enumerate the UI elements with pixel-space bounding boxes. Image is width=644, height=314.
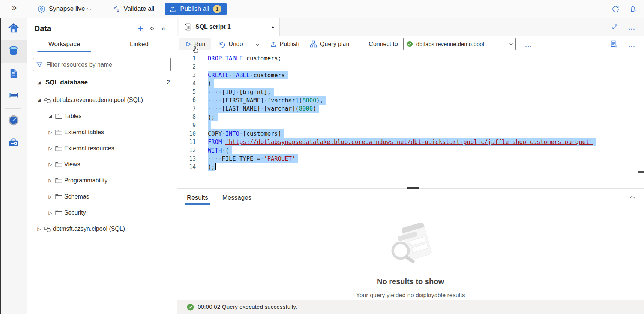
expand-node-icon[interactable]: ▷: [48, 130, 53, 135]
collapse-node-icon[interactable]: ◢: [36, 80, 42, 85]
expand-node-icon[interactable]: ▷: [48, 210, 53, 215]
query-plan-icon: [310, 40, 317, 48]
filter-funnel-icon: [36, 62, 42, 68]
add-resource-icon[interactable]: +: [138, 25, 143, 32]
tab-more-icon[interactable]: …: [628, 25, 636, 29]
nav-home[interactable]: [0, 18, 27, 40]
code-line[interactable]: 4(: [177, 79, 644, 88]
pool-icon: [42, 226, 53, 232]
code-line[interactable]: 6····[FIRST_NAME]·[varchar](8000),: [177, 96, 644, 104]
folder-icon: [53, 178, 64, 184]
expand-rail-icon[interactable]: »: [12, 3, 17, 13]
synapse-live-dropdown[interactable]: Synapse live: [38, 5, 92, 13]
code-line[interactable]: 14);: [177, 163, 644, 171]
collapse-node-icon[interactable]: ◢: [36, 97, 42, 102]
code-line[interactable]: 10COPY·INTO·[customers]: [177, 130, 644, 138]
refresh-icon[interactable]: [612, 5, 620, 13]
filter-box: [33, 58, 171, 71]
validate-all-button[interactable]: Validate all: [113, 5, 154, 13]
nav-integrate[interactable]: [0, 85, 27, 107]
nav-manage[interactable]: [0, 132, 27, 154]
folder-icon: [53, 210, 64, 216]
code-line[interactable]: 11FROM·'https://dbtlabsynapsedatalake.bl…: [177, 138, 644, 146]
expand-node-icon[interactable]: ▷: [48, 146, 53, 151]
tree-item-dbtlabs-revenue-demo-pool-sql[interactable]: ◢dbtlabs.revenue.demo.pool (SQL): [27, 92, 177, 108]
code-line[interactable]: 7····[LAST_NAME]·[varchar](8000): [177, 105, 644, 113]
collapse-node-icon[interactable]: ◢: [48, 114, 53, 118]
nav-data[interactable]: [0, 40, 27, 63]
properties-icon[interactable]: [610, 40, 618, 48]
rail-divider: [5, 108, 21, 109]
tree-item-external-resources[interactable]: ▷External resources: [27, 140, 177, 156]
publish-all-button[interactable]: Publish all 1: [165, 3, 227, 15]
line-number: 12: [177, 146, 199, 154]
undo-button[interactable]: Undo: [215, 38, 246, 50]
editor-scrollbar-thumb[interactable]: [638, 171, 644, 173]
sql-editor-region: SQL script 1 ● … Run Undo: [177, 18, 644, 314]
code-editor[interactable]: 1DROP TABLE customers;23CREATE·TABLE·cus…: [177, 52, 644, 188]
code-line[interactable]: 1DROP TABLE customers;: [177, 54, 644, 63]
success-check-icon: [187, 304, 194, 311]
results-panel: No results to show Your query yielded no…: [177, 207, 644, 300]
line-number: 10: [177, 130, 199, 138]
nav-develop[interactable]: [0, 63, 27, 85]
tree-item-label: Views: [64, 161, 80, 168]
run-button[interactable]: Run: [179, 38, 211, 50]
collapse-all-icon[interactable]: [149, 25, 155, 31]
mode-label: Synapse live: [49, 5, 85, 13]
editor-tab-bar: SQL script 1 ● …: [177, 18, 644, 36]
collapse-panel-icon[interactable]: «: [161, 24, 165, 33]
chevron-down-icon: [88, 6, 93, 11]
tree-item-schemas[interactable]: ▷Schemas: [27, 188, 177, 205]
toolbar-divider: [250, 40, 250, 48]
code-line[interactable]: 8);: [177, 113, 644, 121]
undo-dropdown-icon[interactable]: [255, 42, 259, 46]
undo-label: Undo: [228, 41, 243, 48]
tab-linked[interactable]: Linked: [102, 37, 177, 52]
discard-trash-icon[interactable]: [629, 5, 637, 13]
expand-node-icon[interactable]: ▷: [48, 178, 53, 183]
collapse-results-icon[interactable]: [630, 194, 634, 202]
connect-pool-dropdown[interactable]: dbtlabs.revenue.demo.pool: [403, 38, 516, 50]
tree-item-label: Security: [64, 209, 86, 216]
editor-more-icon[interactable]: …: [628, 42, 636, 46]
run-label: Run: [194, 41, 205, 48]
code-line[interactable]: 5····[ID]·[bigint],: [177, 88, 644, 96]
connected-check-icon: [407, 41, 413, 47]
tab-results[interactable]: Results: [182, 189, 213, 207]
expand-editor-icon[interactable]: [612, 24, 618, 30]
sql-database-section[interactable]: ◢ SQL database 2: [27, 75, 177, 90]
code-line[interactable]: 3CREATE·TABLE·customers: [177, 71, 644, 79]
filter-input[interactable]: [45, 61, 167, 69]
empty-results-title: No results to show: [377, 277, 444, 286]
synapse-live-icon: [38, 5, 45, 13]
tree-item-programmability[interactable]: ▷Programmability: [27, 172, 177, 188]
gauge-icon: [8, 115, 19, 127]
tab-workspace[interactable]: Workspace: [27, 37, 102, 52]
code-line[interactable]: 9: [177, 121, 644, 129]
publish-button[interactable]: Publish: [266, 38, 303, 50]
tree-item-label: Tables: [64, 113, 81, 120]
tree-item-tables[interactable]: ◢Tables: [27, 108, 177, 124]
tree-item-external-tables[interactable]: ▷External tables: [27, 124, 177, 140]
document-icon: [8, 68, 19, 80]
toolbar-more-icon[interactable]: …: [525, 42, 533, 46]
expand-node-icon[interactable]: ▷: [48, 194, 53, 199]
nav-monitor[interactable]: [0, 110, 27, 132]
tree-item-security[interactable]: ▷Security: [27, 205, 177, 221]
left-nav-rail: [0, 18, 27, 314]
code-line[interactable]: 13····FILE_TYPE·=·'PARQUET': [177, 155, 644, 163]
tree-item-label: dbtlabs.revenue.demo.pool (SQL): [53, 97, 143, 103]
connect-to-label: Connect to: [369, 41, 398, 48]
tree-item-views[interactable]: ▷Views: [27, 156, 177, 172]
expand-node-icon[interactable]: ▷: [48, 162, 53, 167]
tab-messages[interactable]: Messages: [218, 189, 256, 207]
tab-sql-script-1[interactable]: SQL script 1 ●: [179, 18, 280, 36]
expand-node-icon[interactable]: ▷: [36, 226, 42, 232]
code-line[interactable]: 2: [177, 63, 644, 71]
script-icon: [184, 23, 192, 31]
code-line[interactable]: 12WITH·(: [177, 146, 644, 154]
tree-item-dbtmsft-azsyn-cipool-sql[interactable]: ▷dbtmsft.azsyn.cipool (SQL): [27, 221, 177, 237]
empty-results-subtitle: Your query yielded no displayable result…: [356, 292, 465, 299]
query-plan-button[interactable]: Query plan: [306, 38, 353, 50]
